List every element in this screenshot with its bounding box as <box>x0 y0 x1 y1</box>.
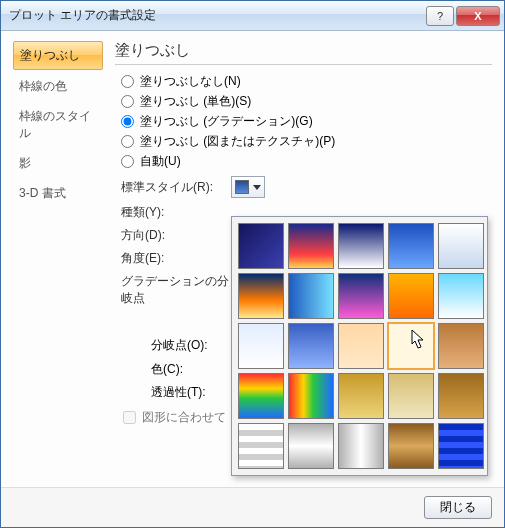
palette-swatch[interactable] <box>388 373 434 419</box>
palette-swatch[interactable] <box>288 323 334 369</box>
palette-swatch[interactable] <box>238 373 284 419</box>
label-stops: グラデーションの分岐点 <box>121 273 231 307</box>
palette-swatch[interactable] <box>438 323 484 369</box>
palette-swatch[interactable] <box>338 423 384 469</box>
close-button[interactable]: X <box>456 6 500 26</box>
palette-swatch[interactable] <box>388 323 434 369</box>
style-dropdown[interactable] <box>231 176 265 198</box>
palette-swatch[interactable] <box>238 423 284 469</box>
radio-gradient-input[interactable] <box>121 115 134 128</box>
panel-heading: 塗りつぶし <box>115 41 492 60</box>
palette-swatch[interactable] <box>288 373 334 419</box>
radio-picture-input[interactable] <box>121 135 134 148</box>
footer: 閉じる <box>1 487 504 527</box>
palette-swatch[interactable] <box>288 223 334 269</box>
radio-none[interactable]: 塗りつぶしなし(N) <box>121 73 492 90</box>
palette-swatch[interactable] <box>388 223 434 269</box>
palette-swatch[interactable] <box>238 223 284 269</box>
sidebar-item-3d[interactable]: 3-D 書式 <box>13 180 103 207</box>
radio-auto[interactable]: 自動(U) <box>121 153 492 170</box>
style-swatch <box>235 180 249 194</box>
label-color: 色(C): <box>151 361 231 378</box>
palette-swatch[interactable] <box>388 423 434 469</box>
palette-swatch[interactable] <box>388 273 434 319</box>
label-angle: 角度(E): <box>121 250 231 267</box>
palette-swatch[interactable] <box>338 223 384 269</box>
divider <box>115 64 492 65</box>
radio-auto-input[interactable] <box>121 155 134 168</box>
radio-none-input[interactable] <box>121 75 134 88</box>
shape-fit-checkbox <box>123 411 136 424</box>
dialog-window: プロット エリアの書式設定 ? X 塗りつぶし 枠線の色 枠線のスタイル 影 3… <box>0 0 505 528</box>
chevron-down-icon <box>253 185 261 190</box>
label-style: 標準スタイル(R): <box>121 179 231 196</box>
help-button[interactable]: ? <box>426 6 454 26</box>
palette-swatch[interactable] <box>288 273 334 319</box>
label-stop-pos: 分岐点(O): <box>151 337 231 354</box>
row-style: 標準スタイル(R): <box>121 176 492 198</box>
dialog-body: 塗りつぶし 枠線の色 枠線のスタイル 影 3-D 書式 塗りつぶし 塗りつぶしな… <box>1 31 504 487</box>
palette-swatch[interactable] <box>238 323 284 369</box>
palette-swatch[interactable] <box>288 423 334 469</box>
sidebar-item-shadow[interactable]: 影 <box>13 150 103 177</box>
titlebar: プロット エリアの書式設定 ? X <box>1 1 504 31</box>
close-dialog-button[interactable]: 閉じる <box>424 496 492 519</box>
palette-swatch[interactable] <box>438 273 484 319</box>
sidebar-item-border-style[interactable]: 枠線のスタイル <box>13 103 103 147</box>
label-direction: 方向(D): <box>121 227 231 244</box>
palette-swatch[interactable] <box>338 323 384 369</box>
palette-swatch[interactable] <box>438 223 484 269</box>
sidebar-item-border-color[interactable]: 枠線の色 <box>13 73 103 100</box>
sidebar-item-fill[interactable]: 塗りつぶし <box>13 41 103 70</box>
palette-swatch[interactable] <box>438 423 484 469</box>
gradient-palette[interactable] <box>231 216 488 476</box>
palette-swatch[interactable] <box>338 273 384 319</box>
sidebar: 塗りつぶし 枠線の色 枠線のスタイル 影 3-D 書式 <box>13 41 103 481</box>
radio-solid-input[interactable] <box>121 95 134 108</box>
radio-solid[interactable]: 塗りつぶし (単色)(S) <box>121 93 492 110</box>
palette-swatch[interactable] <box>438 373 484 419</box>
label-type: 種類(Y): <box>121 204 231 221</box>
radio-picture[interactable]: 塗りつぶし (図またはテクスチャ)(P) <box>121 133 492 150</box>
palette-swatch[interactable] <box>338 373 384 419</box>
title-text: プロット エリアの書式設定 <box>9 7 424 24</box>
radio-gradient[interactable]: 塗りつぶし (グラデーション)(G) <box>121 113 492 130</box>
palette-swatch[interactable] <box>238 273 284 319</box>
label-transparency: 透過性(T): <box>151 384 231 401</box>
